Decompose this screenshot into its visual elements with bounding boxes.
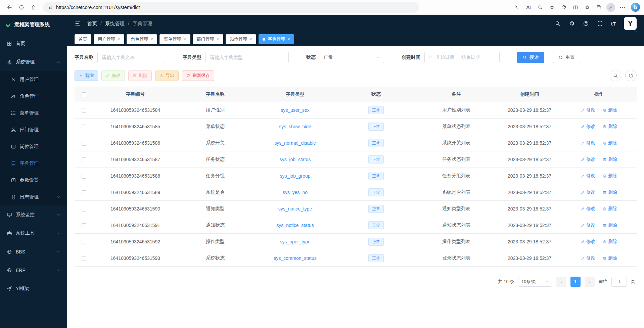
sidebar-item-yi-framework[interactable]: Yi框架 (0, 279, 67, 298)
bing-icon[interactable]: b (631, 3, 640, 12)
fullscreen-icon[interactable] (597, 20, 603, 27)
header-search-icon[interactable] (555, 20, 561, 27)
sidebar-item-post-management[interactable]: 岗位管理 (0, 138, 67, 155)
row-checkbox[interactable] (82, 223, 86, 228)
password-key-icon[interactable] (511, 2, 522, 13)
browser-home-button[interactable] (28, 2, 39, 13)
tab-post-management[interactable]: 岗位管理× (226, 34, 256, 44)
help-icon[interactable] (583, 20, 589, 27)
close-icon[interactable]: × (287, 37, 290, 42)
dict-type-input[interactable] (205, 52, 289, 63)
sidebar-item-log-management[interactable]: 日志管理 (0, 189, 67, 205)
add-button[interactable]: 新增 (75, 71, 98, 81)
row-delete-button[interactable]: 删除 (603, 107, 617, 113)
page-size-select[interactable]: 10条/页 (518, 277, 552, 287)
breadcrumb-item[interactable]: 系统管理 (105, 20, 125, 27)
row-delete-button[interactable]: 删除 (603, 206, 617, 212)
sidebar-item-system-management[interactable]: 系统管理 (0, 53, 67, 71)
dict-type-link[interactable]: sys_notice_status (276, 223, 314, 228)
tab-user-management[interactable]: 用户管理× (94, 34, 124, 44)
refresh-table-button[interactable] (625, 70, 637, 81)
export-button[interactable]: 导出 (155, 71, 179, 81)
row-edit-button[interactable]: 修改 (581, 255, 595, 261)
dict-type-link[interactable]: sys_show_hide (279, 124, 311, 129)
row-edit-button[interactable]: 修改 (581, 222, 595, 228)
row-edit-button[interactable]: 修改 (581, 189, 595, 195)
next-page-button[interactable] (585, 277, 595, 287)
tab-role-management[interactable]: 角色管理× (127, 34, 157, 44)
row-edit-button[interactable]: 修改 (581, 107, 595, 113)
sidebar-toggle-button[interactable] (75, 20, 81, 27)
user-logo-avatar[interactable]: Y (624, 17, 637, 30)
row-delete-button[interactable]: 删除 (603, 156, 617, 162)
row-delete-button[interactable]: 删除 (603, 140, 617, 146)
sidebar-item-home[interactable]: 首页 (0, 34, 67, 53)
row-checkbox[interactable] (82, 157, 86, 162)
close-icon[interactable]: × (183, 37, 186, 42)
edit-button[interactable]: 修改 (101, 71, 125, 81)
browser-reload-button[interactable] (16, 2, 27, 13)
row-edit-button[interactable]: 修改 (581, 239, 595, 245)
close-icon[interactable]: × (249, 37, 252, 42)
refresh-cache-button[interactable]: 刷新缓存 (182, 71, 214, 81)
row-checkbox[interactable] (82, 174, 86, 179)
browser-menu-icon[interactable]: ⋯ (617, 2, 628, 13)
dict-name-input[interactable] (97, 52, 165, 63)
row-delete-button[interactable]: 删除 (603, 255, 617, 261)
select-all-checkbox[interactable] (82, 92, 86, 97)
tab-dept-management[interactable]: 部门管理× (193, 34, 223, 44)
page-number-button[interactable]: 1 (570, 277, 581, 287)
toggle-search-button[interactable] (610, 70, 621, 81)
breadcrumb-item[interactable]: 首页 (87, 20, 97, 27)
row-delete-button[interactable]: 删除 (603, 173, 617, 179)
status-select[interactable]: 正常 (320, 52, 384, 63)
tab-dict-management[interactable]: 字典管理× (259, 34, 294, 44)
row-checkbox[interactable] (82, 108, 86, 113)
row-edit-button[interactable]: 修改 (581, 140, 595, 146)
row-delete-button[interactable]: 删除 (603, 222, 617, 228)
row-delete-button[interactable]: 删除 (603, 239, 617, 245)
sidebar-item-menu-management[interactable]: 菜单管理 (0, 105, 67, 122)
row-checkbox[interactable] (82, 141, 86, 146)
favorites-add-icon[interactable] (547, 2, 557, 13)
prev-page-button[interactable] (556, 277, 566, 287)
sidebar-item-system-monitor[interactable]: 系统监控 (0, 205, 67, 224)
goto-page-input[interactable] (611, 277, 627, 287)
read-aloud-icon[interactable]: A) (523, 2, 534, 13)
search-button[interactable]: 搜索 (517, 52, 544, 63)
favorites-icon[interactable] (582, 2, 593, 13)
row-delete-button[interactable]: 删除 (603, 189, 617, 195)
collections-icon[interactable] (594, 2, 604, 13)
split-screen-icon[interactable] (570, 2, 581, 13)
delete-button[interactable]: 删除 (128, 71, 152, 81)
close-icon[interactable]: × (217, 37, 219, 42)
sidebar-item-bbs[interactable]: BBS (0, 242, 67, 261)
sidebar-item-system-tools[interactable]: 系统工具 (0, 224, 67, 242)
sidebar-item-role-management[interactable]: 角色管理 (0, 88, 67, 105)
github-icon[interactable] (569, 20, 575, 27)
profile-avatar[interactable] (605, 2, 616, 13)
tab-menu-management[interactable]: 菜单管理× (159, 34, 190, 44)
sidebar-item-dict-management[interactable]: 字典管理 (0, 155, 67, 172)
sidebar-item-user-management[interactable]: 用户管理 (0, 71, 67, 88)
dict-type-link[interactable]: sys_oper_type (280, 239, 310, 244)
row-delete-button[interactable]: 删除 (603, 124, 617, 130)
font-size-icon[interactable]: tT (611, 21, 616, 27)
close-icon[interactable]: × (118, 37, 120, 42)
dict-type-link[interactable]: sys_common_status (274, 255, 317, 261)
row-checkbox[interactable] (82, 190, 86, 195)
sidebar-item-erp[interactable]: ERP (0, 261, 67, 279)
dict-type-link[interactable]: sys_normal_disable (274, 140, 316, 146)
row-checkbox[interactable] (82, 240, 86, 244)
sidebar-item-param-settings[interactable]: 参数设置 (0, 172, 67, 189)
row-edit-button[interactable]: 修改 (581, 124, 595, 130)
dict-type-link[interactable]: sys_user_sex (281, 107, 310, 113)
zoom-out-icon[interactable] (535, 2, 546, 13)
dict-type-link[interactable]: sys_job_group (280, 173, 310, 179)
row-checkbox[interactable] (82, 256, 86, 261)
sidebar-item-dept-management[interactable]: 部门管理 (0, 122, 67, 138)
reset-button[interactable]: 重置 (553, 52, 580, 63)
row-edit-button[interactable]: 修改 (581, 173, 595, 179)
row-checkbox[interactable] (82, 125, 86, 129)
address-bar[interactable]: https://ccnetcore.com:1101/system/dict (43, 2, 419, 13)
